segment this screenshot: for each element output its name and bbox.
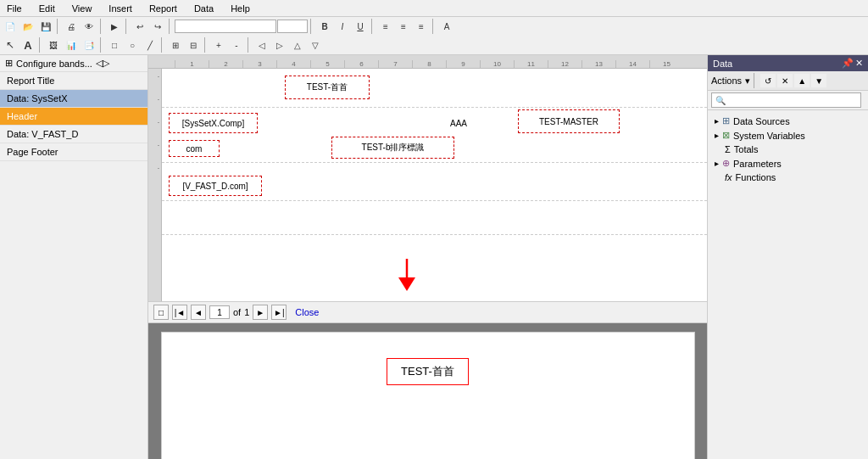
tree-system-variables[interactable]: ▸ ⊠ System Variables (708, 128, 868, 143)
nav-up[interactable]: △ (289, 37, 306, 53)
ruler-tick: 1 (175, 60, 209, 68)
band-header[interactable]: Header (0, 108, 147, 126)
align-left-btn[interactable]: ≡ (377, 19, 394, 34)
image-btn[interactable]: 🖼 (45, 37, 62, 53)
chart-btn[interactable]: 📊 (63, 37, 80, 53)
bold-btn[interactable]: B (316, 19, 333, 34)
zoom-minus[interactable]: - (228, 37, 245, 53)
canvas-body: - - - - - TEST-首首 (148, 69, 707, 301)
preview-close-btn[interactable]: Close (295, 307, 319, 317)
play-btn[interactable]: ▶ (106, 19, 123, 34)
main-container: ⊞ Configure bands... ◁▷ Report Title Dat… (0, 55, 868, 459)
tree-totals[interactable]: Σ Totals (708, 143, 868, 156)
ruler-tick: 13 (581, 60, 615, 68)
menu-data[interactable]: Data (191, 2, 217, 15)
preview-title-box: TEST-首首 (387, 358, 469, 385)
band-data-v-fast-d[interactable]: Data: V_FAST_D (0, 126, 147, 143)
select-btn[interactable]: ↖ (2, 37, 19, 53)
element-test-master[interactable]: TEST-MASTER (518, 109, 620, 133)
menu-file[interactable]: File (3, 2, 25, 15)
band-data-syssetx[interactable]: Data: SysSetX (0, 90, 147, 108)
preview-last-btn[interactable]: ►| (271, 305, 287, 320)
ruler-tick: 14 (615, 60, 649, 68)
move-down-btn[interactable]: ▼ (811, 74, 826, 87)
right-panel-toolbar: Actions ▾ ↺ ✕ ▲ ▼ (708, 71, 868, 91)
ruler-tick: 6 (344, 60, 378, 68)
tree-functions[interactable]: fx Functions (708, 171, 868, 184)
nav-left[interactable]: ◁ (253, 37, 270, 53)
menu-edit[interactable]: Edit (36, 2, 58, 15)
line-btn[interactable]: ╱ (142, 37, 159, 53)
italic-btn[interactable]: I (334, 19, 351, 34)
element-aaa[interactable]: AAA (433, 113, 484, 133)
band-page-footer[interactable]: Page Footer (0, 143, 147, 161)
align-center-btn[interactable]: ≡ (395, 19, 412, 34)
element-com[interactable]: com (169, 140, 220, 157)
menu-insert[interactable]: Insert (105, 2, 136, 15)
right-panel-close-btn[interactable]: ✕ (855, 58, 863, 69)
font-family-input[interactable] (175, 20, 276, 33)
preview-area: TEST-首首 (148, 323, 707, 459)
ruler-tick: 3 (242, 60, 276, 68)
band-divider-4 (162, 234, 707, 235)
element-syssetx[interactable]: [SysSetX.Comp] (169, 113, 258, 133)
sub-report-btn[interactable]: 📑 (81, 37, 97, 53)
preview-prev-btn[interactable]: ◄ (191, 305, 206, 320)
right-panel-pin-btn[interactable]: 📌 (842, 58, 854, 69)
element-v-fast-d[interactable]: [V_FAST_D.com] (169, 176, 262, 196)
sep2 (100, 19, 103, 34)
snap-btn[interactable]: ⊞ (167, 37, 184, 53)
tree-parameters[interactable]: ▸ ⊕ Parameters (708, 156, 868, 171)
ruler-tick: 4 (276, 60, 310, 68)
configure-bands-btn[interactable]: ⊞ Configure bands... ◁▷ (0, 55, 147, 72)
save-btn[interactable]: 💾 (37, 19, 54, 34)
color-btn[interactable]: A (438, 19, 455, 34)
underline-btn[interactable]: U (352, 19, 369, 34)
preview-btn[interactable]: 👁 (81, 19, 97, 34)
tree-expand-icon: ▸ (715, 116, 719, 126)
tree-data-sources[interactable]: ▸ ⊞ Data Sources (708, 114, 868, 128)
band-divider-2 (162, 162, 707, 163)
text-btn[interactable]: A (19, 37, 36, 53)
element-aaa-text: AAA (450, 119, 467, 128)
nav-right[interactable]: ▷ (271, 37, 288, 53)
refresh-btn[interactable]: ↺ (760, 74, 776, 87)
tree-ds-icon: ⊞ (722, 115, 730, 126)
tree-expand-icon2: ▸ (715, 131, 719, 140)
font-size-input[interactable] (277, 20, 308, 33)
rect-btn[interactable]: □ (106, 37, 123, 53)
redo-btn[interactable]: ↪ (149, 19, 166, 34)
delete-btn[interactable]: ✕ (777, 74, 793, 87)
sep11 (204, 37, 208, 53)
element-test-title[interactable]: TEST-首首 (285, 76, 370, 99)
align-right-btn[interactable]: ≡ (413, 19, 430, 34)
right-search-input[interactable] (711, 92, 861, 108)
preview-next-btn[interactable]: ► (253, 305, 268, 320)
element-test-b[interactable]: TEST-b排序標識 (331, 137, 454, 159)
total-pages: 1 (244, 307, 249, 317)
preview-first-btn[interactable]: |◄ (172, 305, 187, 320)
page-number-input[interactable]: 1 (209, 305, 230, 319)
left-panel: ⊞ Configure bands... ◁▷ Report Title Dat… (0, 55, 148, 459)
nav-down[interactable]: ▽ (307, 37, 324, 53)
side-ruler: - - - - - (148, 69, 162, 301)
undo-btn[interactable]: ↩ (131, 19, 148, 34)
new-btn[interactable]: 📄 (2, 19, 19, 34)
report-canvas[interactable]: TEST-首首 [SysSetX.Comp] AAA TEST-MASTER c… (162, 69, 707, 301)
right-panel: Data 📌 ✕ Actions ▾ ↺ ✕ ▲ ▼ ▸ ⊞ Data Sour… (707, 55, 868, 459)
ruler-tick: 2 (209, 60, 242, 68)
open-btn[interactable]: 📂 (19, 19, 36, 34)
move-up-btn[interactable]: ▲ (794, 74, 810, 87)
side-tick: - (148, 165, 161, 171)
page-of-label: of (233, 307, 241, 317)
zoom-plus[interactable]: + (210, 37, 227, 53)
menu-view[interactable]: View (69, 2, 96, 15)
menu-report[interactable]: Report (146, 2, 181, 15)
band-report-title[interactable]: Report Title (0, 72, 147, 90)
menu-help[interactable]: Help (227, 2, 253, 15)
ellipse-btn[interactable]: ○ (124, 37, 141, 53)
print-btn[interactable]: 🖨 (63, 19, 80, 34)
preview-thumbnail-btn[interactable]: □ (153, 305, 169, 320)
grid-btn[interactable]: ⊟ (185, 37, 202, 53)
design-section: 1 2 3 4 5 6 7 8 9 10 11 12 13 14 15 (148, 55, 707, 301)
